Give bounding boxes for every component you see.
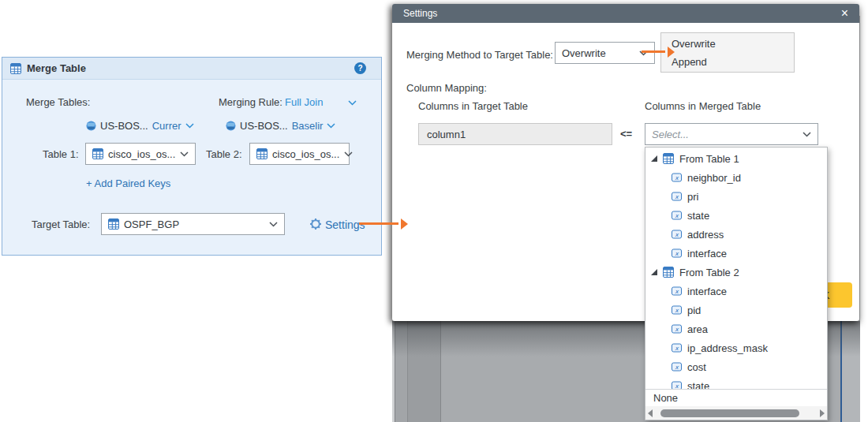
string-column-icon: [672, 324, 682, 334]
chevron-down-icon: [803, 132, 811, 137]
map-operator: <=: [620, 128, 632, 140]
device1-selector[interactable]: US-BOS... Currer: [86, 120, 194, 132]
table-icon: [10, 63, 21, 74]
device2-selector[interactable]: US-BOS... Baselir: [226, 120, 335, 132]
tree-list: From Table 1 neighbor_id pri state addre…: [645, 148, 827, 389]
tree-item[interactable]: state: [645, 376, 827, 389]
device2-source[interactable]: Baselir: [292, 120, 324, 132]
merging-method-select[interactable]: Overwrite: [555, 42, 655, 64]
gear-icon[interactable]: [310, 218, 321, 230]
chevron-down-icon: [180, 151, 189, 157]
device1-chevron-icon[interactable]: [185, 123, 194, 129]
table-icon: [663, 267, 674, 278]
table-icon: [92, 148, 103, 159]
string-column-icon: [672, 362, 682, 372]
merging-method-label: Merging Method to Target Table:: [406, 49, 553, 61]
device-globe-icon: [226, 121, 236, 131]
target-table-label: Target Table:: [32, 218, 90, 230]
merging-rule-label: Merging Rule:: [219, 96, 282, 108]
select-placeholder: Select...: [652, 129, 689, 140]
tree-item[interactable]: area: [645, 319, 827, 338]
tree-item-label: area: [687, 323, 708, 335]
expander-icon[interactable]: [651, 155, 657, 162]
merged-column-dropdown: From Table 1 neighbor_id pri state addre…: [645, 147, 828, 420]
horizontal-scrollbar[interactable]: [645, 406, 827, 420]
tree-item[interactable]: address: [645, 225, 827, 244]
table-icon: [108, 218, 119, 230]
tree-item[interactable]: pid: [645, 301, 827, 319]
table2-label: Table 2:: [206, 148, 242, 160]
settings-link[interactable]: Settings: [325, 218, 365, 231]
merged-column-select[interactable]: Select...: [645, 123, 818, 145]
option-append[interactable]: Append: [661, 53, 794, 71]
device2-name: US-BOS...: [240, 120, 288, 132]
table2-select[interactable]: cisco_ios_os...: [249, 143, 350, 165]
tree-item[interactable]: interface: [645, 244, 827, 263]
string-column-icon: [672, 248, 682, 258]
tree-group-table2[interactable]: From Table 2: [645, 263, 827, 282]
table1-label: Table 1:: [43, 148, 79, 160]
merging-rule-value[interactable]: Full Join: [285, 96, 323, 108]
chevron-down-icon: [269, 222, 278, 227]
device-globe-icon: [86, 121, 96, 131]
string-column-icon: [672, 343, 682, 353]
tree-item-label: ip_address_mask: [687, 342, 768, 354]
arrow-to-settings-dialog: [359, 222, 398, 225]
help-icon[interactable]: ?: [354, 62, 366, 74]
string-column-icon: [672, 173, 682, 182]
merging-method-value: Overwrite: [562, 47, 606, 59]
tree-item[interactable]: cost: [645, 357, 827, 376]
scrollbar-thumb[interactable]: [660, 409, 799, 417]
device1-name: US-BOS...: [100, 120, 148, 132]
table-icon: [663, 153, 674, 164]
merge-tables-label: Merge Tables:: [26, 96, 90, 108]
string-column-icon: [672, 381, 682, 389]
string-column-icon: [672, 230, 682, 239]
screen: Merge Table ? Merge Tables: Merging Rule…: [0, 0, 868, 422]
merging-rule-chevron-icon[interactable]: [348, 100, 357, 106]
tree-item-label: interface: [687, 286, 727, 297]
chevron-down-icon: [344, 151, 353, 157]
merging-method-options-popup: Overwrite Append: [660, 32, 795, 73]
tree-item-label: pid: [687, 304, 701, 316]
table2-value: cisco_ios_os...: [272, 148, 339, 160]
table-icon: [256, 148, 268, 159]
string-column-icon: [672, 211, 682, 220]
target-columns-header: Columns in Target Table: [418, 100, 528, 112]
option-overwrite[interactable]: Overwrite: [661, 35, 794, 53]
merge-table-panel: Merge Table ? Merge Tables: Merging Rule…: [2, 57, 382, 256]
dialog-title: Settings: [403, 8, 437, 19]
tree-item-label: address: [687, 229, 724, 241]
tree-item-label: state: [687, 210, 709, 222]
tree-item[interactable]: pri: [645, 187, 827, 206]
column-mapping-label: Column Mapping:: [406, 82, 487, 94]
merge-table-header: Merge Table ?: [2, 58, 381, 80]
tree-group-label: From Table 1: [679, 153, 739, 165]
string-column-icon: [672, 305, 682, 315]
tree-item-label: interface: [687, 248, 727, 260]
tree-item[interactable]: state: [645, 206, 827, 225]
device1-source[interactable]: Currer: [152, 120, 181, 132]
add-paired-keys-link[interactable]: + Add Paired Keys: [86, 177, 170, 189]
target-table-select[interactable]: OSPF_BGP: [101, 213, 285, 235]
scroll-left-icon[interactable]: [648, 409, 653, 417]
tree-item[interactable]: neighbor_id: [645, 168, 827, 187]
tree-item-label: cost: [687, 361, 706, 373]
tree-group-label: From Table 2: [679, 267, 739, 278]
settings-dialog-header[interactable]: Settings ×: [392, 4, 859, 23]
target-table-value: OSPF_BGP: [124, 218, 179, 230]
string-column-icon: [672, 286, 682, 296]
tree-item[interactable]: ip_address_mask: [645, 338, 827, 357]
device2-chevron-icon[interactable]: [327, 123, 335, 129]
tree-item-label: state: [687, 380, 709, 390]
arrow-to-method-options: [642, 50, 665, 53]
tree-group-table1[interactable]: From Table 1: [645, 149, 827, 168]
tree-item[interactable]: interface: [645, 282, 827, 301]
tree-item-none[interactable]: None: [645, 389, 827, 406]
table1-select[interactable]: cisco_ios_os...: [85, 143, 196, 165]
close-icon[interactable]: ×: [841, 7, 848, 20]
scroll-right-icon[interactable]: [820, 409, 825, 417]
expander-icon[interactable]: [651, 269, 657, 275]
target-column-value: column1: [427, 129, 466, 140]
target-column-field: column1: [418, 123, 612, 145]
